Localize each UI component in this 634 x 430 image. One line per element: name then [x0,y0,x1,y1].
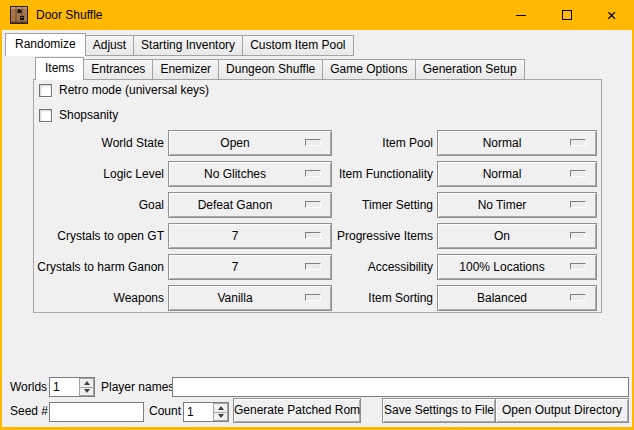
subtab-dungeon-shuffle[interactable]: Dungeon Shuffle [218,59,323,80]
main-tab-bar: Randomize Adjust Starting Inventory Cust… [6,33,354,56]
item-pool-label: Item Pool [295,130,433,156]
minimize-icon [516,15,526,16]
dropdown-indicator-icon [570,294,586,301]
count-spin-up-button[interactable] [213,403,228,413]
shopsanity-checkbox[interactable] [39,109,52,122]
crystals-harm-ganon-value: 7 [169,255,301,279]
subtab-game-options[interactable]: Game Options [322,59,415,80]
timer-setting-label: Timer Setting [295,192,433,218]
logic-level-value: No Glitches [169,162,301,186]
goal-label: Goal [30,192,164,218]
accessibility-label: Accessibility [295,254,433,280]
crystals-open-gt-value: 7 [169,224,301,248]
tab-custom-item-pool[interactable]: Custom Item Pool [242,35,353,56]
subtab-items[interactable]: Items [35,57,84,80]
world-state-value: Open [169,131,301,155]
goal-value: Defeat Ganon [169,193,301,217]
worlds-label: Worlds [10,377,47,397]
generate-patched-rom-button[interactable]: Generate Patched Rom [233,398,361,423]
player-names-label: Player names [101,377,174,397]
worlds-spin-down-button[interactable] [79,388,94,397]
crystals-open-gt-label: Crystals to open GT [30,223,164,249]
subtab-enemizer[interactable]: Enemizer [152,59,219,80]
tab-adjust[interactable]: Adjust [85,35,134,56]
count-label: Count [149,401,181,421]
maximize-button[interactable] [544,0,589,30]
progressive-items-dropdown[interactable]: On [437,223,597,249]
open-output-directory-button[interactable]: Open Output Directory [495,398,629,423]
count-spin-down-button[interactable] [213,413,228,422]
weapons-label: Weapons [30,285,164,311]
item-pool-dropdown[interactable]: Normal [437,130,597,156]
timer-setting-value: No Timer [438,193,566,217]
count-spinbox [183,402,229,422]
retro-mode-label: Retro mode (universal keys) [59,83,209,97]
app-window: Door Shuffle × Randomize Adjust Starting… [0,0,634,430]
item-functionality-value: Normal [438,162,566,186]
tab-randomize[interactable]: Randomize [5,33,86,56]
weapons-value: Vanilla [169,286,301,310]
arrow-down-icon [218,414,224,418]
minimize-button[interactable] [498,0,543,30]
item-functionality-label: Item Functionality [295,161,433,187]
player-names-input[interactable] [172,377,629,397]
tab-starting-inventory[interactable]: Starting Inventory [133,35,243,56]
seed-input[interactable] [49,402,144,422]
arrow-up-icon [84,381,90,385]
accessibility-dropdown[interactable]: 100% Locations [437,254,597,280]
timer-setting-dropdown[interactable]: No Timer [437,192,597,218]
item-sorting-dropdown[interactable]: Balanced [437,285,597,311]
item-sorting-label: Item Sorting [295,285,433,311]
close-button[interactable]: × [589,0,634,30]
progressive-items-value: On [438,224,566,248]
item-pool-value: Normal [438,131,566,155]
close-icon: × [607,7,617,24]
sub-tab-bar: Items Entrances Enemizer Dungeon Shuffle… [36,57,525,80]
arrow-down-icon [84,389,90,393]
world-state-label: World State [30,130,164,156]
worlds-spin-up-button[interactable] [79,378,94,388]
save-settings-button[interactable]: Save Settings to File [382,398,496,423]
dropdown-indicator-icon [570,139,586,146]
title-bar[interactable]: Door Shuffle × [0,0,634,30]
window-title: Door Shuffle [36,0,103,30]
maximize-icon [562,10,572,20]
dropdown-indicator-icon [570,170,586,177]
dropdown-indicator-icon [570,201,586,208]
subtab-generation-setup[interactable]: Generation Setup [415,59,525,80]
app-door-icon [10,6,28,24]
retro-mode-checkbox-row: Retro mode (universal keys) [39,82,209,98]
shopsanity-label: Shopsanity [59,108,118,122]
dropdown-indicator-icon [570,232,586,239]
arrow-up-icon [218,406,224,410]
shopsanity-checkbox-row: Shopsanity [39,107,118,123]
subtab-entrances[interactable]: Entrances [83,59,153,80]
item-functionality-dropdown[interactable]: Normal [437,161,597,187]
logic-level-label: Logic Level [30,161,164,187]
progressive-items-label: Progressive Items [295,223,433,249]
dropdown-indicator-icon [570,263,586,270]
accessibility-value: 100% Locations [438,255,566,279]
seed-label: Seed # [10,401,48,421]
count-input[interactable] [184,403,213,421]
worlds-spinbox [49,377,95,397]
worlds-input[interactable] [50,378,79,396]
retro-mode-checkbox[interactable] [39,84,52,97]
item-sorting-value: Balanced [438,286,566,310]
crystals-harm-ganon-label: Crystals to harm Ganon [30,254,164,280]
